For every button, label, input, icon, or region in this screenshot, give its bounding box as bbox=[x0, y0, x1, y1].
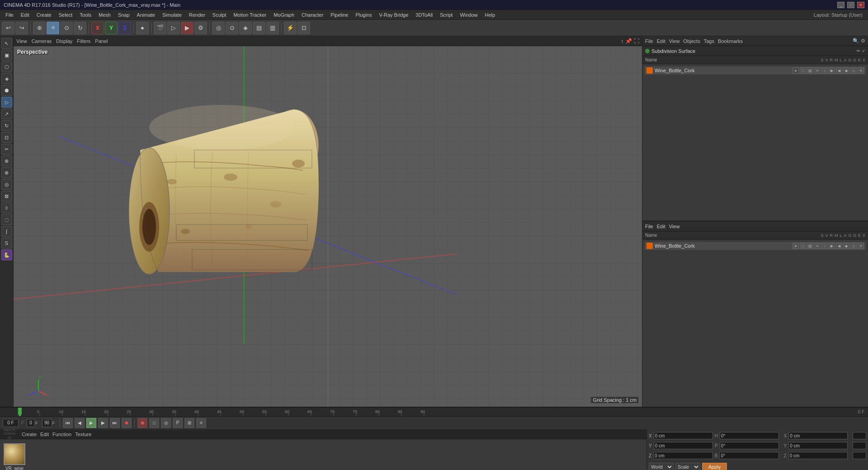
render-button[interactable]: ▶ bbox=[181, 22, 193, 34]
floor-btn[interactable]: ▥ bbox=[266, 22, 279, 34]
sidebar-loop-btn[interactable]: ◌ bbox=[1, 214, 12, 225]
menu-plugins[interactable]: Plugins bbox=[352, 11, 375, 19]
scale-mode-select[interactable]: Scale bbox=[675, 463, 700, 470]
viewport-3d[interactable]: Perspective Grid Spacing : 1 cm Y X Z bbox=[14, 46, 642, 407]
obj-icon-solo[interactable]: ▨ bbox=[807, 67, 813, 74]
coord-x-input[interactable]: 0 cm bbox=[654, 432, 713, 439]
sidebar-extrude-btn[interactable]: ⊕ bbox=[1, 155, 12, 166]
sidebar-stitch-btn[interactable]: ∫ bbox=[1, 226, 12, 237]
obj-icon-motion[interactable]: ↕ bbox=[821, 67, 828, 74]
obj-menu-edit[interactable]: Edit bbox=[657, 38, 665, 44]
menu-3dtoall[interactable]: 3DToAll bbox=[412, 11, 436, 19]
vp-menu-cameras[interactable]: Cameras bbox=[32, 38, 52, 44]
attr-menu-edit[interactable]: Edit bbox=[657, 224, 665, 229]
obj-icon-delete[interactable]: ✕ bbox=[858, 67, 864, 74]
coord-size-y-input[interactable]: 0 cm bbox=[788, 442, 848, 449]
render-view-button[interactable]: ▷ bbox=[167, 22, 180, 34]
vp-icon-pin[interactable]: 📌 bbox=[625, 38, 632, 44]
menu-pipeline[interactable]: Pipeline bbox=[327, 11, 352, 19]
attr-icon-5[interactable]: ↕ bbox=[821, 243, 828, 249]
attr-icon-2[interactable]: □ bbox=[800, 243, 806, 249]
coord-extra-3[interactable] bbox=[853, 452, 866, 459]
coord-y-input[interactable]: 0 cm bbox=[654, 442, 713, 449]
sidebar-polygon-btn[interactable]: ◈ bbox=[1, 73, 12, 84]
sidebar-edge-btn[interactable]: ⬢ bbox=[1, 85, 12, 96]
current-frame-input[interactable]: 0 F bbox=[3, 419, 19, 427]
subdiv-check-icon[interactable]: ✓ bbox=[862, 48, 865, 53]
timeline-mode-3[interactable]: P bbox=[173, 418, 183, 428]
obj-icon-xpresso[interactable]: ◆ bbox=[843, 67, 849, 74]
close-button[interactable]: ✕ bbox=[857, 2, 864, 8]
coord-z-input[interactable]: 0 cm bbox=[653, 452, 713, 459]
apply-button[interactable]: Apply bbox=[702, 463, 727, 470]
display-quick-btn[interactable]: ⊙ bbox=[226, 22, 238, 34]
vp-menu-panel[interactable]: Panel bbox=[95, 38, 108, 44]
mat-menu-function[interactable]: Function bbox=[52, 432, 71, 437]
maximize-button[interactable]: □ bbox=[847, 2, 854, 8]
attr-icon-1[interactable]: ● bbox=[793, 243, 799, 249]
vp-menu-view[interactable]: View bbox=[16, 38, 27, 44]
table-row[interactable]: Wine_Bottle_Cork ● □ ▨ ≡ ↕ ▶ ◀ ◆ ◇ ✕ bbox=[644, 66, 866, 75]
coord-p-input[interactable]: 0° bbox=[720, 442, 779, 449]
obj-browser-search-icon[interactable]: 🔍 bbox=[853, 38, 859, 44]
coord-system-select[interactable]: World bbox=[649, 463, 674, 470]
list-item[interactable]: VR_wine bbox=[4, 443, 25, 470]
obj-icon-anim[interactable]: ▶ bbox=[829, 67, 835, 74]
play-button[interactable]: ▶ bbox=[86, 418, 96, 428]
attr-icon-4[interactable]: ≡ bbox=[814, 243, 821, 249]
sidebar-python-btn[interactable]: 🐍 bbox=[1, 249, 12, 260]
mat-menu-create[interactable]: Create bbox=[22, 432, 37, 437]
obj-icon-lock[interactable]: □ bbox=[800, 67, 806, 74]
sidebar-scale-btn[interactable]: ⊡ bbox=[1, 132, 12, 143]
sidebar-rect-select-btn[interactable]: ⬡ bbox=[1, 61, 12, 72]
record-button[interactable]: ⏺ bbox=[122, 418, 132, 428]
menu-animate[interactable]: Animate bbox=[133, 11, 159, 19]
sidebar-translate-btn[interactable]: ↗ bbox=[1, 108, 12, 119]
vp-icon-maximize[interactable]: ⛶ bbox=[634, 38, 639, 44]
coord-h-input[interactable]: 0° bbox=[720, 432, 779, 439]
x-axis-button[interactable]: X bbox=[91, 22, 104, 34]
menu-tools[interactable]: Tools bbox=[76, 11, 95, 19]
obj-menu-tags[interactable]: Tags bbox=[704, 38, 714, 44]
attr-icon-8[interactable]: ◆ bbox=[843, 243, 849, 249]
obj-icon-visible[interactable]: ● bbox=[793, 67, 799, 74]
display-mode-btn[interactable]: ◎ bbox=[212, 22, 225, 34]
sidebar-dissolve-btn[interactable]: ⊠ bbox=[1, 191, 12, 202]
scale-tool-button[interactable]: ⊙ bbox=[60, 22, 73, 34]
menu-snap[interactable]: Snap bbox=[114, 11, 133, 19]
material-thumbnail[interactable] bbox=[4, 443, 25, 465]
undo-button[interactable]: ↩ bbox=[2, 22, 14, 34]
timeline-mode-4[interactable]: ⊞ bbox=[184, 418, 194, 428]
autokey-button[interactable]: ⊕ bbox=[137, 418, 147, 428]
knife-tool-btn[interactable]: ⚡ bbox=[284, 22, 297, 34]
timeline-mode-1[interactable]: □ bbox=[149, 418, 159, 428]
vp-menu-display[interactable]: Display bbox=[56, 38, 72, 44]
obj-browser-settings-icon[interactable]: ⚙ bbox=[861, 38, 865, 44]
sidebar-bevel-btn[interactable]: ⊗ bbox=[1, 167, 12, 178]
menu-help[interactable]: Help bbox=[481, 11, 499, 19]
new-object-button[interactable]: ⊕ bbox=[33, 22, 46, 34]
sidebar-live-select-btn[interactable]: ▣ bbox=[1, 50, 12, 61]
render-settings-button[interactable]: ⚙ bbox=[194, 22, 207, 34]
menu-file[interactable]: File bbox=[2, 11, 17, 19]
coord-size-z-input[interactable]: 0 cm bbox=[788, 452, 848, 459]
obj-menu-objects[interactable]: Objects bbox=[683, 38, 700, 44]
coord-b-input[interactable]: 0° bbox=[719, 452, 779, 459]
end-frame-input[interactable] bbox=[42, 419, 52, 427]
rotate-tool-button[interactable]: ↻ bbox=[74, 22, 86, 34]
vp-menu-filters[interactable]: Filters bbox=[77, 38, 90, 44]
attr-menu-file[interactable]: File bbox=[645, 224, 653, 229]
attr-menu-view[interactable]: View bbox=[669, 224, 680, 229]
subdiv-edit-icon[interactable]: ✏ bbox=[857, 48, 860, 53]
y-axis-button[interactable]: Y bbox=[105, 22, 118, 34]
attr-icon-6[interactable]: ▶ bbox=[829, 243, 835, 249]
mat-menu-texture[interactable]: Texture bbox=[75, 432, 91, 437]
menu-mesh[interactable]: Mesh bbox=[95, 11, 114, 19]
move-tool-button[interactable]: ✛ bbox=[47, 22, 59, 34]
goto-start-button[interactable]: ⏮ bbox=[63, 418, 73, 428]
attr-icon-3[interactable]: ▨ bbox=[807, 243, 813, 249]
menu-create[interactable]: Create bbox=[33, 11, 55, 19]
sidebar-bridge-btn[interactable]: ◎ bbox=[1, 179, 12, 190]
mat-menu-edit[interactable]: Edit bbox=[40, 432, 49, 437]
extrude-btn[interactable]: ⊡ bbox=[297, 22, 310, 34]
